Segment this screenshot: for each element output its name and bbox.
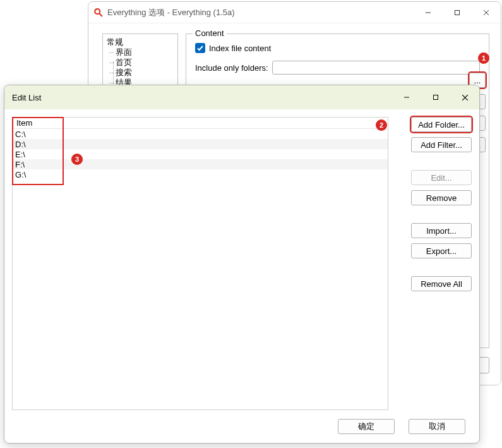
edit-list-window: Edit List Item C:\ D:\ E:\ F:\ G:\	[4, 85, 480, 444]
list-item[interactable]: G:\	[13, 169, 388, 179]
item-listview[interactable]: Item C:\ D:\ E:\ F:\ G:\	[12, 117, 388, 410]
button-label: 确定	[358, 421, 374, 432]
ok-button[interactable]: 确定	[338, 419, 395, 434]
options-title: Everything 选项 - Everything (1.5a)	[107, 7, 235, 18]
annotation-badge-1: 1	[478, 52, 489, 64]
list-item[interactable]: D:\	[13, 139, 388, 149]
button-label: 取消	[429, 421, 445, 432]
content-panel-body: Index file content Include only folders:	[186, 34, 489, 88]
maximize-button[interactable]	[443, 2, 472, 23]
content-panel-label: Content	[193, 28, 227, 38]
button-label: Import...	[426, 226, 457, 236]
edit-list-window-controls	[392, 85, 479, 109]
maximize-button[interactable]	[421, 85, 450, 109]
list-item[interactable]: C:\	[13, 129, 388, 139]
edit-list-titlebar: Edit List	[4, 85, 479, 109]
close-button[interactable]	[472, 2, 501, 23]
edit-list-title: Edit List	[12, 93, 41, 102]
remove-button[interactable]: Remove	[411, 190, 472, 205]
button-label: Remove	[426, 193, 457, 203]
edit-list-button-column: Add Folder... Add Filter... Edit... Remo…	[411, 117, 472, 291]
edit-button: Edit...	[411, 170, 472, 185]
svg-line-1	[99, 13, 102, 16]
tree-item-home[interactable]: 首页	[116, 58, 174, 68]
button-label: Add Filter...	[421, 140, 462, 150]
column-header-item[interactable]: Item	[14, 118, 63, 128]
svg-rect-7	[434, 95, 438, 100]
export-button[interactable]: Export...	[411, 243, 472, 258]
listview-header: Item	[13, 118, 388, 129]
minimize-button[interactable]	[392, 85, 421, 109]
edit-list-footer: 确定 取消	[338, 419, 465, 434]
import-button[interactable]: Import...	[411, 223, 472, 238]
tree-item-search[interactable]: 搜索	[116, 68, 174, 78]
annotation-badge-2: 2	[376, 119, 387, 131]
ellipsis-icon: ...	[474, 76, 481, 85]
button-label: Remove All	[421, 279, 462, 289]
everything-app-icon	[93, 8, 104, 18]
cancel-button[interactable]: 取消	[409, 419, 465, 434]
include-only-folders-label: Include only folders:	[195, 63, 268, 73]
button-label: Edit...	[431, 173, 451, 183]
index-file-content-label: Index file content	[209, 44, 271, 53]
index-file-content-checkbox[interactable]	[195, 43, 205, 53]
list-item[interactable]: F:\	[13, 159, 388, 169]
button-label: Add Folder...	[418, 120, 465, 130]
list-item[interactable]: E:\	[13, 149, 388, 159]
include-only-folders-input[interactable]	[272, 61, 480, 75]
options-window-controls	[414, 2, 501, 23]
index-file-content-row: Index file content	[195, 43, 480, 53]
svg-point-0	[95, 9, 100, 14]
tree-item-ui[interactable]: 界面	[116, 47, 174, 58]
close-button[interactable]	[450, 85, 479, 109]
svg-rect-3	[455, 10, 460, 15]
add-filter-button[interactable]: Add Filter...	[411, 137, 472, 152]
remove-all-button[interactable]: Remove All	[411, 276, 472, 291]
listview-rows: C:\ D:\ E:\ F:\ G:\	[13, 129, 388, 179]
add-folder-button[interactable]: Add Folder...	[411, 117, 472, 132]
minimize-button[interactable]	[414, 2, 443, 23]
options-titlebar: Everything 选项 - Everything (1.5a)	[88, 2, 501, 23]
tree-root-general[interactable]: 常规	[107, 37, 174, 47]
button-label: Export...	[426, 246, 457, 256]
annotation-badge-3: 3	[71, 154, 83, 165]
include-only-folders-row: Include only folders:	[195, 61, 480, 75]
